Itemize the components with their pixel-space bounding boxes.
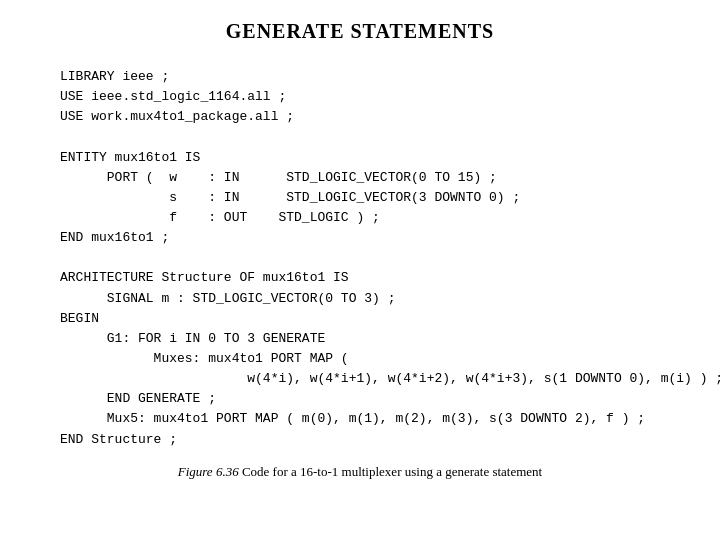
figure-caption: Figure 6.36 Code for a 16-to-1 multiplex… <box>60 464 660 480</box>
code-block: LIBRARY ieee ; USE ieee.std_logic_1164.a… <box>60 67 660 450</box>
caption-label: Figure 6.36 <box>178 464 239 479</box>
page-title: GENERATE STATEMENTS <box>60 20 660 43</box>
page: GENERATE STATEMENTS LIBRARY ieee ; USE i… <box>0 0 720 540</box>
caption-text: Code for a 16-to-1 multiplexer using a g… <box>242 464 542 479</box>
